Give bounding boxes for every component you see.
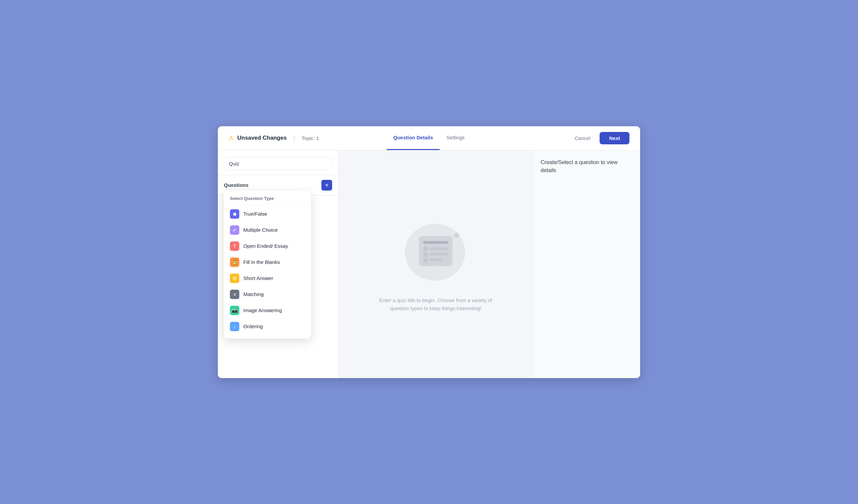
open-ended-label: Open Ended/ Essay — [243, 243, 288, 249]
header: ⚠ Unsaved Changes | Topic: 1 Question De… — [218, 126, 640, 150]
dropdown-item-fill-blanks[interactable]: ⏳Fill in the Blanks — [224, 254, 311, 270]
dropdown-item-short-answer[interactable]: ⊞Short Answer — [224, 270, 311, 286]
app-container: ⚠ Unsaved Changes | Topic: 1 Question De… — [218, 126, 640, 378]
quiz-illustration — [399, 216, 473, 290]
questions-label: Questions — [224, 182, 248, 188]
multiple-choice-label: Multiple Choice — [243, 227, 278, 233]
dropdown-item-matching[interactable]: ≡Matching — [224, 286, 311, 303]
header-divider: | — [293, 135, 295, 142]
main-content: Enter a quiz title to begin. Choose from… — [338, 150, 533, 378]
fill-blanks-label: Fill in the Blanks — [243, 259, 280, 265]
svg-rect-6 — [430, 253, 448, 256]
matching-label: Matching — [243, 291, 264, 297]
short-answer-label: Short Answer — [243, 275, 273, 281]
unsaved-changes-label: Unsaved Changes — [237, 135, 287, 141]
ordering-label: Ordering — [243, 324, 263, 329]
warning-icon: ⚠ — [228, 134, 234, 142]
dropdown-item-open-ended[interactable]: TOpen Ended/ Essay — [224, 238, 311, 254]
right-panel: Create/Select a question to view details — [533, 150, 640, 378]
body: Questions + No questions added yet. Sele… — [218, 150, 640, 378]
cancel-button[interactable]: Cancel — [569, 133, 596, 144]
svg-point-3 — [424, 247, 428, 251]
fill-blanks-icon: ⏳ — [230, 258, 239, 267]
topic-label: Topic: 1 — [302, 135, 319, 141]
add-question-button[interactable]: + — [321, 180, 332, 191]
main-description: Enter a quiz title to begin. Choose from… — [372, 296, 499, 312]
open-ended-icon: T — [230, 242, 239, 251]
svg-rect-8 — [430, 259, 443, 261]
dropdown-item-image-answering[interactable]: 📷Image Answering — [224, 303, 311, 319]
dropdown-item-multiple-choice[interactable]: ✔Multiple Choice — [224, 222, 311, 238]
true-false-label: True/False — [243, 211, 267, 217]
question-type-dropdown: Select Question Type ⏺True/False✔Multipl… — [224, 191, 311, 339]
svg-point-10 — [454, 233, 459, 238]
quiz-title-input[interactable] — [224, 157, 332, 170]
svg-point-5 — [424, 253, 428, 257]
true-false-icon: ⏺ — [230, 209, 239, 219]
dropdown-item-true-false[interactable]: ⏺True/False — [224, 206, 311, 222]
matching-icon: ≡ — [230, 290, 239, 299]
tab-settings[interactable]: Settings — [440, 126, 471, 150]
short-answer-icon: ⊞ — [230, 274, 239, 283]
next-button[interactable]: Next — [600, 132, 630, 144]
dropdown-item-ordering[interactable]: ↕Ordering — [224, 319, 311, 335]
image-answering-label: Image Answering — [243, 307, 282, 313]
tab-question-details[interactable]: Question Details — [387, 126, 440, 150]
svg-rect-1 — [419, 236, 452, 266]
svg-rect-2 — [423, 241, 448, 244]
right-panel-title: Create/Select a question to view details — [541, 159, 617, 173]
svg-rect-4 — [430, 247, 448, 250]
sidebar: Questions + No questions added yet. Sele… — [218, 150, 338, 378]
image-answering-icon: 📷 — [230, 306, 239, 315]
header-tabs: Question Details Settings — [387, 126, 472, 150]
quiz-input-section — [218, 150, 338, 175]
svg-point-7 — [424, 258, 428, 262]
ordering-icon: ↕ — [230, 322, 239, 331]
dropdown-title: Select Question Type — [224, 196, 311, 205]
multiple-choice-icon: ✔ — [230, 225, 239, 235]
